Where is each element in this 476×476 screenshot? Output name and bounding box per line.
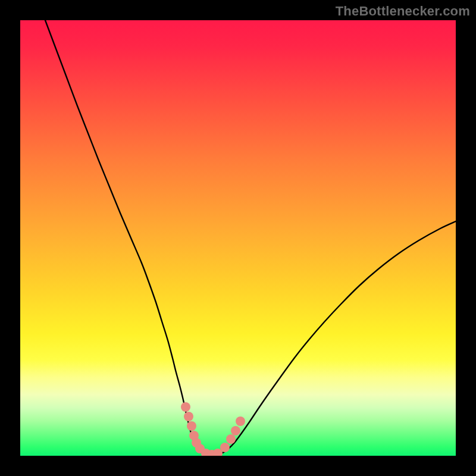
plot-area — [20, 20, 456, 456]
chart-frame: TheBottlenecker.com — [0, 0, 476, 476]
series-right-curve — [209, 221, 456, 456]
curve-layer — [20, 20, 456, 456]
curves — [45, 20, 456, 456]
marker-point — [226, 434, 236, 444]
data-markers — [181, 402, 245, 456]
marker-point — [181, 402, 190, 412]
marker-point — [187, 421, 196, 431]
marker-point — [220, 443, 230, 452]
marker-point — [184, 412, 193, 421]
watermark-text: TheBottlenecker.com — [336, 4, 470, 19]
series-left-curve — [45, 20, 209, 456]
marker-point — [236, 416, 245, 426]
marker-point — [231, 426, 240, 436]
